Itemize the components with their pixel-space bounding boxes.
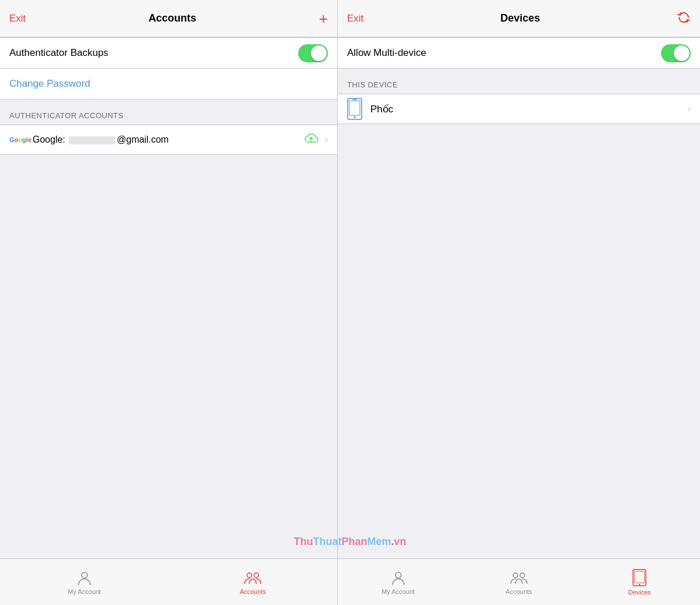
authenticator-accounts-header: AUTHENTICATOR ACCOUNTS [0,100,337,125]
left-nav-title: Accounts [149,12,196,24]
allow-multidevice-toggle[interactable] [661,44,691,62]
left-content: Authenticator Backups Change Password AU… [0,37,337,558]
right-tab-panel: My Account Accounts Devices [338,559,700,605]
authenticator-backups-toggle[interactable] [298,44,328,62]
allow-multidevice-group: Allow Multi-device [338,37,700,69]
left-tab-panel: My Account Accounts [0,559,338,605]
svg-point-6 [254,573,259,578]
change-password-group: Change Password [0,69,337,100]
device-row[interactable]: Phốc › [338,94,700,124]
tab-my-account-left-label: My Account [68,588,101,595]
svg-point-12 [639,583,640,585]
authenticator-backups-group: Authenticator Backups [0,37,337,69]
tab-accounts-right-label: Accounts [505,588,532,595]
account-chevron-icon: › [325,135,328,145]
cloud-upload-icon [303,132,319,147]
svg-rect-1 [349,101,360,115]
phone-tab-icon-active [632,569,646,586]
right-panel: Exit Devices Allow Multi-device [338,0,700,558]
person-icon [76,569,93,586]
this-device-header: THIS DEVICE [338,69,700,94]
tab-my-account-right-label: My Account [381,588,415,595]
authenticator-backups-label: Authenticator Backups [9,47,108,59]
tab-accounts-left[interactable]: Accounts [169,559,338,605]
allow-multidevice-label: Allow Multi-device [347,47,426,59]
right-nav-title: Devices [500,12,540,24]
tab-bar: ThuThuatPhanMem.vn My Account Accounts [0,558,700,605]
left-exit-button[interactable]: Exit [9,13,26,24]
authenticator-backups-row: Authenticator Backups [0,38,337,68]
google-account-row[interactable]: Google Google: @gmail.com › [0,125,337,155]
left-add-button[interactable]: + [319,11,328,26]
person-icon-right [390,569,406,586]
change-password-row[interactable]: Change Password [0,69,337,99]
tab-accounts-right[interactable]: Accounts [458,559,579,605]
allow-multidevice-row: Allow Multi-device [338,38,700,68]
group-icon-active [243,569,262,586]
device-chevron-icon: › [688,104,691,114]
right-nav-bar: Exit Devices [338,0,700,37]
account-label: Google: @gmail.com [33,135,303,145]
svg-rect-11 [635,571,645,583]
group-icon-right [510,569,528,586]
tab-devices-right-label: Devices [628,589,651,596]
left-panel: Exit Accounts + Authenticator Backups [0,0,338,558]
svg-point-8 [513,573,518,578]
right-content: Allow Multi-device THIS DEVICE [338,37,700,558]
email-blur [69,136,115,144]
device-name-label: Phốc [370,103,688,115]
tab-devices-right[interactable]: Devices [579,559,700,605]
svg-point-9 [520,573,525,578]
svg-point-7 [395,572,401,578]
svg-rect-10 [633,569,646,586]
right-exit-button[interactable]: Exit [347,13,363,24]
tab-accounts-left-label: Accounts [240,588,266,595]
phone-icon [347,98,362,120]
svg-point-2 [354,116,356,118]
google-logo: Google [9,134,28,146]
svg-point-4 [82,572,87,578]
right-refresh-button[interactable] [677,10,691,27]
tab-my-account-left[interactable]: My Account [0,559,169,605]
tab-my-account-right[interactable]: My Account [338,559,458,605]
change-password-link[interactable]: Change Password [9,78,90,90]
svg-point-5 [247,573,252,578]
left-nav-bar: Exit Accounts + [0,0,337,37]
